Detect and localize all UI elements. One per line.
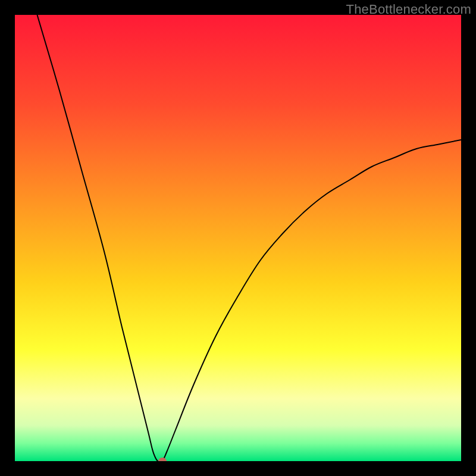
bottleneck-chart: [15, 15, 461, 461]
optimal-point-marker: [158, 458, 167, 461]
plot-area: [15, 15, 461, 461]
chart-frame: TheBottlenecker.com: [0, 0, 476, 476]
gradient-background: [15, 15, 461, 461]
